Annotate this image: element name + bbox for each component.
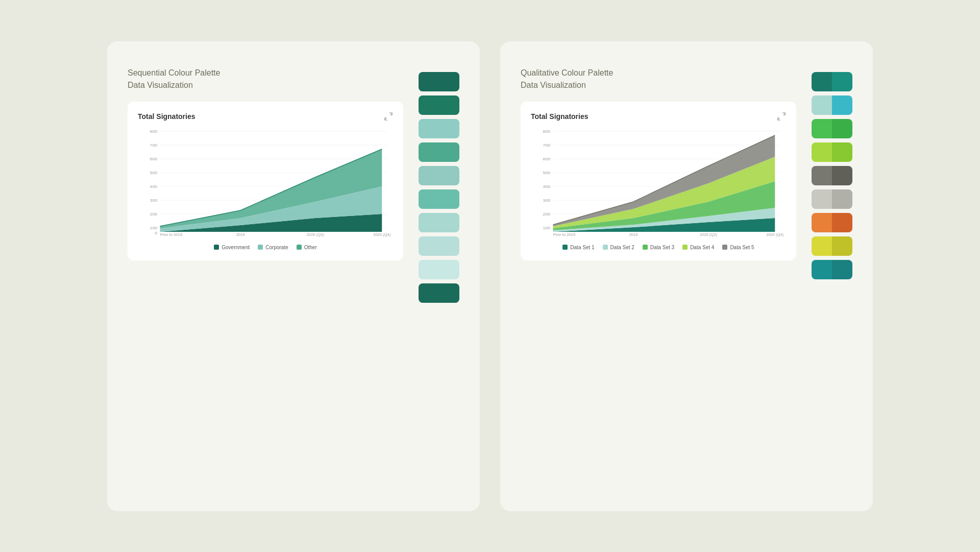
qual-swatch-9 bbox=[812, 260, 852, 279]
legend-item-dataset2: Data Set 2 bbox=[603, 245, 634, 250]
legend-color-dataset1 bbox=[562, 245, 568, 250]
legend-label-dataset4: Data Set 4 bbox=[690, 245, 714, 250]
legend-label-corporate: Corporate bbox=[265, 245, 288, 250]
right-chart-legend: Data Set 1 Data Set 2 Data Set 3 Data Se… bbox=[531, 245, 786, 250]
left-chart-header: Total Signatories bbox=[138, 112, 393, 121]
legend-color-government bbox=[214, 245, 219, 250]
legend-color-dataset5 bbox=[722, 245, 727, 250]
legend-item-other: Other bbox=[297, 245, 317, 250]
svg-text:300: 300 bbox=[150, 198, 158, 203]
legend-color-other bbox=[297, 245, 302, 250]
legend-color-dataset3 bbox=[643, 245, 648, 250]
qual-swatch-4 bbox=[812, 142, 852, 162]
legend-color-corporate bbox=[258, 245, 263, 250]
svg-text:0: 0 bbox=[155, 230, 157, 235]
svg-text:2020 (Q4): 2020 (Q4) bbox=[373, 232, 390, 237]
right-expand-icon[interactable] bbox=[777, 112, 786, 121]
svg-text:100: 100 bbox=[150, 225, 158, 230]
svg-text:100: 100 bbox=[543, 225, 551, 230]
legend-item-dataset4: Data Set 4 bbox=[682, 245, 714, 250]
left-card: Sequential Colour Palette Data Visualiza… bbox=[107, 41, 480, 511]
svg-text:2020 (Q2): 2020 (Q2) bbox=[307, 232, 324, 237]
svg-text:2019: 2019 bbox=[629, 232, 638, 237]
svg-text:700: 700 bbox=[543, 142, 551, 148]
legend-color-dataset2 bbox=[603, 245, 608, 250]
svg-text:300: 300 bbox=[543, 198, 551, 203]
expand-icon[interactable] bbox=[384, 112, 393, 121]
swatch-10 bbox=[419, 283, 459, 303]
right-chart-title: Total Signatories bbox=[531, 112, 589, 121]
svg-text:Prior to 2019: Prior to 2019 bbox=[553, 232, 575, 237]
swatch-6 bbox=[419, 189, 459, 209]
qual-swatch-8 bbox=[812, 236, 852, 256]
svg-text:2020 (Q2): 2020 (Q2) bbox=[700, 232, 717, 237]
svg-text:2020 (Q4): 2020 (Q4) bbox=[766, 232, 783, 237]
sequential-swatches bbox=[419, 67, 459, 303]
svg-text:800: 800 bbox=[543, 129, 551, 134]
right-chart-container: Total Signatories 8 bbox=[521, 102, 796, 260]
legend-label-dataset3: Data Set 3 bbox=[650, 245, 674, 250]
svg-text:600: 600 bbox=[150, 156, 158, 161]
svg-text:800: 800 bbox=[150, 129, 158, 134]
swatch-7 bbox=[419, 213, 459, 232]
legend-label-dataset1: Data Set 1 bbox=[570, 245, 594, 250]
svg-text:2019: 2019 bbox=[236, 232, 245, 237]
swatch-5 bbox=[419, 166, 459, 185]
qual-swatch-7 bbox=[812, 213, 852, 232]
right-card: Qualitative Colour Palette Data Visualiz… bbox=[500, 41, 873, 511]
svg-text:700: 700 bbox=[150, 142, 158, 148]
swatch-2 bbox=[419, 95, 459, 115]
svg-text:500: 500 bbox=[150, 170, 158, 175]
qual-swatch-5 bbox=[812, 166, 852, 185]
right-chart-header: Total Signatories bbox=[531, 112, 786, 121]
legend-item-government: Government bbox=[214, 245, 250, 250]
right-card-content: Qualitative Colour Palette Data Visualiz… bbox=[521, 67, 796, 260]
left-chart-title: Total Signatories bbox=[138, 112, 195, 121]
swatch-1 bbox=[419, 72, 459, 91]
svg-text:200: 200 bbox=[150, 211, 158, 217]
qual-swatch-3 bbox=[812, 119, 852, 138]
legend-item-dataset5: Data Set 5 bbox=[722, 245, 754, 250]
svg-text:Prior to 2019: Prior to 2019 bbox=[160, 232, 182, 237]
left-card-title: Sequential Colour Palette Data Visualiza… bbox=[128, 67, 403, 91]
legend-color-dataset4 bbox=[682, 245, 688, 250]
right-card-title: Qualitative Colour Palette Data Visualiz… bbox=[521, 67, 796, 91]
swatch-9 bbox=[419, 260, 459, 279]
legend-label-government: Government bbox=[222, 245, 250, 250]
left-chart-container: Total Signatories 8 bbox=[128, 102, 403, 260]
legend-item-corporate: Corporate bbox=[258, 245, 288, 250]
svg-text:600: 600 bbox=[543, 156, 551, 161]
qualitative-swatches bbox=[812, 67, 852, 279]
qual-swatch-6 bbox=[812, 189, 852, 209]
svg-text:400: 400 bbox=[543, 184, 551, 189]
qual-swatch-1 bbox=[812, 72, 852, 91]
legend-item-dataset1: Data Set 1 bbox=[562, 245, 594, 250]
svg-text:200: 200 bbox=[543, 211, 551, 217]
swatch-4 bbox=[419, 142, 459, 162]
legend-item-dataset3: Data Set 3 bbox=[643, 245, 674, 250]
legend-label-other: Other bbox=[304, 245, 317, 250]
legend-label-dataset5: Data Set 5 bbox=[730, 245, 754, 250]
svg-text:500: 500 bbox=[543, 170, 551, 175]
legend-label-dataset2: Data Set 2 bbox=[610, 245, 634, 250]
left-chart-area: 800 700 600 500 400 300 200 100 0 Prior … bbox=[138, 126, 393, 238]
right-chart-area: 800 700 600 500 400 300 200 100 Prior to… bbox=[531, 126, 786, 238]
qual-swatch-2 bbox=[812, 95, 852, 115]
swatch-3 bbox=[419, 119, 459, 138]
swatch-8 bbox=[419, 236, 459, 256]
svg-text:400: 400 bbox=[150, 184, 158, 189]
left-chart-legend: Government Corporate Other bbox=[138, 245, 393, 250]
left-card-content: Sequential Colour Palette Data Visualiza… bbox=[128, 67, 403, 260]
